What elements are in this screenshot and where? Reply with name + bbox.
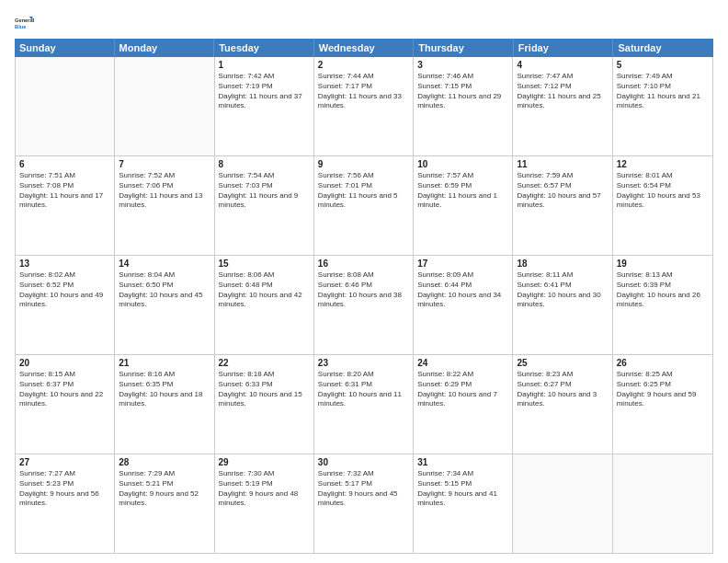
day-number: 9 bbox=[318, 159, 409, 169]
calendar-week-3: 13Sunrise: 8:02 AM Sunset: 6:52 PM Dayli… bbox=[16, 256, 712, 355]
header-day-thursday: Thursday bbox=[414, 39, 514, 57]
day-number: 12 bbox=[617, 159, 709, 169]
calendar-cell: 17Sunrise: 8:09 AM Sunset: 6:44 PM Dayli… bbox=[414, 256, 513, 354]
calendar-cell: 14Sunrise: 8:04 AM Sunset: 6:50 PM Dayli… bbox=[115, 256, 214, 354]
cell-info: Sunrise: 8:18 AM Sunset: 6:33 PM Dayligh… bbox=[219, 370, 310, 409]
calendar-cell: 4Sunrise: 7:47 AM Sunset: 7:12 PM Daylig… bbox=[513, 57, 612, 155]
calendar-cell: 24Sunrise: 8:22 AM Sunset: 6:29 PM Dayli… bbox=[414, 355, 513, 454]
day-number: 30 bbox=[318, 457, 409, 467]
cell-info: Sunrise: 7:47 AM Sunset: 7:12 PM Dayligh… bbox=[517, 72, 608, 111]
calendar-cell: 11Sunrise: 7:59 AM Sunset: 6:57 PM Dayli… bbox=[513, 156, 612, 255]
cell-info: Sunrise: 7:32 AM Sunset: 5:17 PM Dayligh… bbox=[318, 469, 409, 509]
day-number: 3 bbox=[417, 60, 508, 70]
cell-info: Sunrise: 8:04 AM Sunset: 6:50 PM Dayligh… bbox=[119, 270, 210, 310]
cell-info: Sunrise: 7:54 AM Sunset: 7:03 PM Dayligh… bbox=[219, 171, 310, 211]
day-number: 19 bbox=[617, 259, 709, 269]
calendar-cell: 8Sunrise: 7:54 AM Sunset: 7:03 PM Daylig… bbox=[215, 156, 314, 255]
day-number: 14 bbox=[119, 259, 210, 269]
day-number: 31 bbox=[417, 457, 508, 467]
day-number: 16 bbox=[318, 259, 409, 269]
calendar-cell: 2Sunrise: 7:44 AM Sunset: 7:17 PM Daylig… bbox=[314, 57, 414, 155]
day-number: 26 bbox=[617, 358, 709, 368]
cell-info: Sunrise: 7:56 AM Sunset: 7:01 PM Dayligh… bbox=[318, 171, 409, 211]
cell-info: Sunrise: 8:01 AM Sunset: 6:54 PM Dayligh… bbox=[617, 171, 709, 211]
calendar-cell: 31Sunrise: 7:34 AM Sunset: 5:15 PM Dayli… bbox=[414, 454, 513, 553]
header-day-monday: Monday bbox=[115, 39, 215, 57]
calendar-cell: 1Sunrise: 7:42 AM Sunset: 7:19 PM Daylig… bbox=[215, 57, 314, 155]
calendar-header-row: SundayMondayTuesdayWednesdayThursdayFrid… bbox=[15, 39, 713, 57]
day-number: 22 bbox=[219, 358, 310, 368]
cell-info: Sunrise: 7:44 AM Sunset: 7:17 PM Dayligh… bbox=[318, 72, 409, 111]
calendar-cell: 25Sunrise: 8:23 AM Sunset: 6:27 PM Dayli… bbox=[513, 355, 612, 454]
cell-info: Sunrise: 8:11 AM Sunset: 6:41 PM Dayligh… bbox=[517, 270, 608, 310]
day-number: 7 bbox=[119, 159, 210, 169]
cell-info: Sunrise: 8:20 AM Sunset: 6:31 PM Dayligh… bbox=[318, 370, 409, 409]
cell-info: Sunrise: 8:06 AM Sunset: 6:48 PM Dayligh… bbox=[219, 270, 310, 310]
calendar-cell: 30Sunrise: 7:32 AM Sunset: 5:17 PM Dayli… bbox=[314, 454, 414, 553]
day-number: 27 bbox=[19, 457, 110, 467]
calendar-cell: 5Sunrise: 7:49 AM Sunset: 7:10 PM Daylig… bbox=[613, 57, 712, 155]
cell-info: Sunrise: 8:25 AM Sunset: 6:25 PM Dayligh… bbox=[617, 370, 709, 409]
calendar-cell: 22Sunrise: 8:18 AM Sunset: 6:33 PM Dayli… bbox=[215, 355, 314, 454]
day-number: 6 bbox=[19, 159, 110, 169]
cell-info: Sunrise: 7:30 AM Sunset: 5:19 PM Dayligh… bbox=[219, 469, 310, 509]
calendar: SundayMondayTuesdayWednesdayThursdayFrid… bbox=[15, 39, 713, 554]
calendar-cell bbox=[115, 57, 214, 155]
day-number: 23 bbox=[318, 358, 409, 368]
day-number: 28 bbox=[119, 457, 210, 467]
day-number: 1 bbox=[219, 60, 310, 70]
day-number: 5 bbox=[617, 60, 709, 70]
cell-info: Sunrise: 8:22 AM Sunset: 6:29 PM Dayligh… bbox=[417, 370, 508, 409]
day-number: 2 bbox=[318, 60, 409, 70]
day-number: 13 bbox=[19, 259, 110, 269]
day-number: 24 bbox=[417, 358, 508, 368]
cell-info: Sunrise: 7:29 AM Sunset: 5:21 PM Dayligh… bbox=[119, 469, 210, 509]
calendar-cell: 10Sunrise: 7:57 AM Sunset: 6:59 PM Dayli… bbox=[414, 156, 513, 255]
day-number: 15 bbox=[219, 259, 310, 269]
calendar-week-4: 20Sunrise: 8:15 AM Sunset: 6:37 PM Dayli… bbox=[16, 355, 712, 454]
calendar-cell: 26Sunrise: 8:25 AM Sunset: 6:25 PM Dayli… bbox=[613, 355, 712, 454]
calendar-cell: 9Sunrise: 7:56 AM Sunset: 7:01 PM Daylig… bbox=[314, 156, 414, 255]
day-number: 18 bbox=[517, 259, 608, 269]
day-number: 8 bbox=[219, 159, 310, 169]
calendar-cell: 13Sunrise: 8:02 AM Sunset: 6:52 PM Dayli… bbox=[16, 256, 115, 354]
day-number: 17 bbox=[417, 259, 508, 269]
cell-info: Sunrise: 8:02 AM Sunset: 6:52 PM Dayligh… bbox=[19, 270, 110, 310]
cell-info: Sunrise: 8:08 AM Sunset: 6:46 PM Dayligh… bbox=[318, 270, 409, 310]
svg-text:Blue: Blue bbox=[15, 24, 26, 29]
day-number: 25 bbox=[517, 358, 608, 368]
header-day-sunday: Sunday bbox=[15, 39, 115, 57]
header-day-saturday: Saturday bbox=[613, 39, 713, 57]
cell-info: Sunrise: 8:13 AM Sunset: 6:39 PM Dayligh… bbox=[617, 270, 709, 310]
cell-info: Sunrise: 7:57 AM Sunset: 6:59 PM Dayligh… bbox=[417, 171, 508, 211]
calendar-cell: 27Sunrise: 7:27 AM Sunset: 5:23 PM Dayli… bbox=[16, 454, 115, 553]
calendar-cell: 20Sunrise: 8:15 AM Sunset: 6:37 PM Dayli… bbox=[16, 355, 115, 454]
calendar-cell: 21Sunrise: 8:16 AM Sunset: 6:35 PM Dayli… bbox=[115, 355, 214, 454]
calendar-cell: 15Sunrise: 8:06 AM Sunset: 6:48 PM Dayli… bbox=[215, 256, 314, 354]
page-header: GeneralBlue bbox=[15, 11, 713, 33]
cell-info: Sunrise: 7:49 AM Sunset: 7:10 PM Dayligh… bbox=[617, 72, 709, 111]
day-number: 21 bbox=[119, 358, 210, 368]
day-number: 11 bbox=[517, 159, 608, 169]
calendar-cell: 19Sunrise: 8:13 AM Sunset: 6:39 PM Dayli… bbox=[613, 256, 712, 354]
logo: GeneralBlue bbox=[15, 13, 35, 33]
cell-info: Sunrise: 7:42 AM Sunset: 7:19 PM Dayligh… bbox=[219, 72, 310, 111]
calendar-cell: 23Sunrise: 8:20 AM Sunset: 6:31 PM Dayli… bbox=[314, 355, 414, 454]
calendar-week-2: 6Sunrise: 7:51 AM Sunset: 7:08 PM Daylig… bbox=[16, 156, 712, 256]
day-number: 29 bbox=[219, 457, 310, 467]
day-number: 4 bbox=[517, 60, 608, 70]
header-day-wednesday: Wednesday bbox=[314, 39, 415, 57]
calendar-week-5: 27Sunrise: 7:27 AM Sunset: 5:23 PM Dayli… bbox=[16, 454, 712, 553]
calendar-week-1: 1Sunrise: 7:42 AM Sunset: 7:19 PM Daylig… bbox=[16, 57, 712, 156]
cell-info: Sunrise: 7:52 AM Sunset: 7:06 PM Dayligh… bbox=[119, 171, 210, 211]
header-day-friday: Friday bbox=[514, 39, 614, 57]
calendar-cell: 7Sunrise: 7:52 AM Sunset: 7:06 PM Daylig… bbox=[115, 156, 214, 255]
calendar-cell: 16Sunrise: 8:08 AM Sunset: 6:46 PM Dayli… bbox=[314, 256, 414, 354]
cell-info: Sunrise: 8:09 AM Sunset: 6:44 PM Dayligh… bbox=[417, 270, 508, 310]
cell-info: Sunrise: 7:27 AM Sunset: 5:23 PM Dayligh… bbox=[19, 469, 110, 509]
calendar-cell bbox=[613, 454, 712, 553]
calendar-cell bbox=[16, 57, 115, 155]
cell-info: Sunrise: 7:46 AM Sunset: 7:15 PM Dayligh… bbox=[417, 72, 508, 111]
cell-info: Sunrise: 7:34 AM Sunset: 5:15 PM Dayligh… bbox=[417, 469, 508, 509]
calendar-cell: 12Sunrise: 8:01 AM Sunset: 6:54 PM Dayli… bbox=[613, 156, 712, 255]
